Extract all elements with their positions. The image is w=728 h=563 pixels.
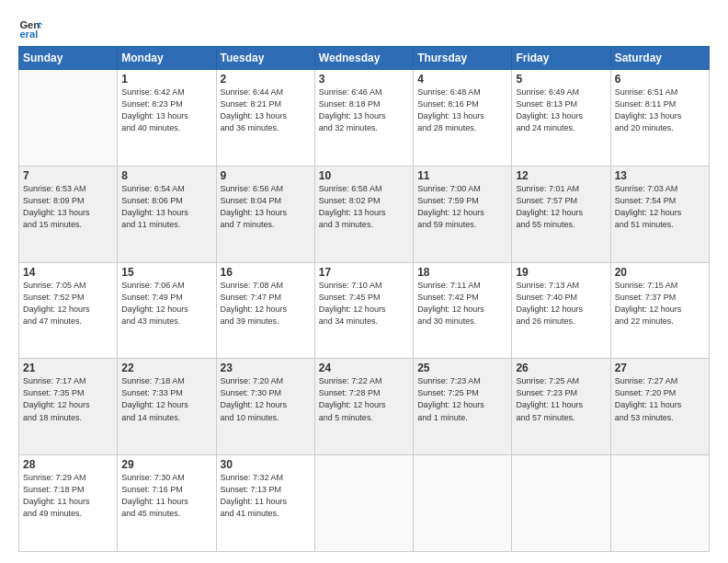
calendar-day-cell: 28Sunrise: 7:29 AM Sunset: 7:18 PM Dayli…	[19, 455, 118, 552]
calendar-day-cell: 13Sunrise: 7:03 AM Sunset: 7:54 PM Dayli…	[610, 166, 709, 262]
calendar-day-cell: 12Sunrise: 7:01 AM Sunset: 7:57 PM Dayli…	[512, 166, 610, 262]
day-number: 21	[23, 362, 113, 374]
calendar-day-cell: 29Sunrise: 7:30 AM Sunset: 7:16 PM Dayli…	[118, 455, 216, 552]
day-info: Sunrise: 7:17 AM Sunset: 7:35 PM Dayligh…	[23, 375, 113, 423]
day-number: 23	[221, 362, 311, 374]
day-number: 2	[221, 73, 311, 86]
day-number: 30	[221, 458, 311, 471]
day-info: Sunrise: 7:29 AM Sunset: 7:18 PM Dayligh…	[23, 472, 113, 520]
calendar-day-cell: 1Sunrise: 6:42 AM Sunset: 8:23 PM Daylig…	[118, 70, 216, 167]
calendar-day-cell: 5Sunrise: 6:49 AM Sunset: 8:13 PM Daylig…	[512, 70, 610, 167]
calendar-day-cell: 30Sunrise: 7:32 AM Sunset: 7:13 PM Dayli…	[216, 455, 314, 552]
calendar-day-cell: 16Sunrise: 7:08 AM Sunset: 7:47 PM Dayli…	[216, 262, 314, 359]
day-info: Sunrise: 6:54 AM Sunset: 8:06 PM Dayligh…	[121, 183, 211, 231]
calendar-week-row: 7Sunrise: 6:53 AM Sunset: 8:09 PM Daylig…	[19, 166, 710, 262]
day-info: Sunrise: 6:56 AM Sunset: 8:04 PM Dayligh…	[221, 183, 311, 231]
day-number: 27	[615, 362, 705, 374]
calendar-day-cell	[19, 70, 118, 167]
calendar-day-cell: 25Sunrise: 7:23 AM Sunset: 7:25 PM Dayli…	[414, 359, 512, 455]
calendar-day-cell: 10Sunrise: 6:58 AM Sunset: 8:02 PM Dayli…	[314, 166, 413, 262]
day-info: Sunrise: 7:00 AM Sunset: 7:59 PM Dayligh…	[417, 183, 507, 231]
day-info: Sunrise: 7:03 AM Sunset: 7:54 PM Dayligh…	[615, 183, 705, 231]
day-info: Sunrise: 6:44 AM Sunset: 8:21 PM Dayligh…	[221, 86, 311, 134]
day-number: 18	[417, 266, 507, 279]
calendar-day-cell: 24Sunrise: 7:22 AM Sunset: 7:28 PM Dayli…	[314, 359, 413, 455]
calendar-day-cell: 7Sunrise: 6:53 AM Sunset: 8:09 PM Daylig…	[19, 166, 118, 262]
day-info: Sunrise: 7:15 AM Sunset: 7:37 PM Dayligh…	[615, 280, 705, 327]
calendar-day-cell: 14Sunrise: 7:05 AM Sunset: 7:52 PM Dayli…	[19, 262, 118, 359]
day-info: Sunrise: 6:42 AM Sunset: 8:23 PM Dayligh…	[121, 86, 211, 134]
day-number: 10	[319, 169, 409, 182]
calendar-day-cell	[314, 455, 413, 552]
weekday-header-wednesday: Wednesday	[314, 47, 413, 70]
svg-text:eral: eral	[19, 29, 38, 40]
day-number: 29	[121, 458, 211, 471]
calendar-week-row: 28Sunrise: 7:29 AM Sunset: 7:18 PM Dayli…	[19, 455, 710, 552]
calendar-day-cell: 11Sunrise: 7:00 AM Sunset: 7:59 PM Dayli…	[414, 166, 512, 262]
weekday-header-thursday: Thursday	[414, 47, 512, 70]
day-number: 20	[615, 266, 705, 279]
page-header: Gen eral	[18, 15, 710, 40]
day-info: Sunrise: 7:11 AM Sunset: 7:42 PM Dayligh…	[417, 280, 507, 327]
day-number: 24	[319, 362, 409, 374]
day-number: 6	[615, 73, 705, 86]
day-info: Sunrise: 7:30 AM Sunset: 7:16 PM Dayligh…	[121, 472, 211, 520]
calendar-day-cell: 4Sunrise: 6:48 AM Sunset: 8:16 PM Daylig…	[414, 70, 512, 167]
weekday-header-monday: Monday	[118, 47, 216, 70]
calendar-day-cell: 9Sunrise: 6:56 AM Sunset: 8:04 PM Daylig…	[216, 166, 314, 262]
calendar-day-cell: 19Sunrise: 7:13 AM Sunset: 7:40 PM Dayli…	[512, 262, 610, 359]
day-info: Sunrise: 7:13 AM Sunset: 7:40 PM Dayligh…	[516, 280, 606, 327]
weekday-header-friday: Friday	[512, 47, 610, 70]
day-number: 11	[417, 169, 507, 182]
calendar-day-cell: 20Sunrise: 7:15 AM Sunset: 7:37 PM Dayli…	[610, 262, 709, 359]
logo-icon: Gen eral	[18, 15, 44, 40]
day-info: Sunrise: 6:49 AM Sunset: 8:13 PM Dayligh…	[516, 86, 606, 134]
weekday-header-saturday: Saturday	[610, 47, 709, 70]
day-info: Sunrise: 6:51 AM Sunset: 8:11 PM Dayligh…	[615, 86, 705, 134]
day-number: 7	[23, 169, 113, 182]
day-info: Sunrise: 7:06 AM Sunset: 7:49 PM Dayligh…	[121, 280, 211, 327]
day-info: Sunrise: 6:53 AM Sunset: 8:09 PM Dayligh…	[23, 183, 113, 231]
day-info: Sunrise: 7:22 AM Sunset: 7:28 PM Dayligh…	[319, 375, 409, 423]
day-number: 19	[516, 266, 606, 279]
day-number: 13	[615, 169, 705, 182]
calendar-day-cell: 26Sunrise: 7:25 AM Sunset: 7:23 PM Dayli…	[512, 359, 610, 455]
calendar-page: Gen eral SundayMondayTuesdayWednesdayThu…	[0, 0, 728, 563]
calendar-day-cell: 15Sunrise: 7:06 AM Sunset: 7:49 PM Dayli…	[118, 262, 216, 359]
day-number: 9	[221, 169, 311, 182]
day-info: Sunrise: 7:10 AM Sunset: 7:45 PM Dayligh…	[319, 280, 409, 327]
day-number: 14	[23, 266, 113, 279]
day-info: Sunrise: 7:20 AM Sunset: 7:30 PM Dayligh…	[221, 375, 311, 423]
weekday-header-sunday: Sunday	[19, 47, 118, 70]
calendar-week-row: 1Sunrise: 6:42 AM Sunset: 8:23 PM Daylig…	[19, 70, 710, 167]
day-number: 3	[319, 73, 409, 86]
day-number: 22	[121, 362, 211, 374]
calendar-day-cell: 8Sunrise: 6:54 AM Sunset: 8:06 PM Daylig…	[118, 166, 216, 262]
day-number: 17	[319, 266, 409, 279]
day-info: Sunrise: 6:46 AM Sunset: 8:18 PM Dayligh…	[319, 86, 409, 134]
day-info: Sunrise: 7:01 AM Sunset: 7:57 PM Dayligh…	[516, 183, 606, 231]
calendar-week-row: 14Sunrise: 7:05 AM Sunset: 7:52 PM Dayli…	[19, 262, 710, 359]
day-info: Sunrise: 7:23 AM Sunset: 7:25 PM Dayligh…	[417, 375, 507, 423]
calendar-day-cell: 27Sunrise: 7:27 AM Sunset: 7:20 PM Dayli…	[610, 359, 709, 455]
calendar-day-cell: 22Sunrise: 7:18 AM Sunset: 7:33 PM Dayli…	[118, 359, 216, 455]
day-number: 26	[516, 362, 606, 374]
day-info: Sunrise: 6:48 AM Sunset: 8:16 PM Dayligh…	[417, 86, 507, 134]
calendar-day-cell: 6Sunrise: 6:51 AM Sunset: 8:11 PM Daylig…	[610, 70, 709, 167]
day-number: 25	[417, 362, 507, 374]
day-number: 8	[121, 169, 211, 182]
calendar-week-row: 21Sunrise: 7:17 AM Sunset: 7:35 PM Dayli…	[19, 359, 710, 455]
calendar-day-cell: 21Sunrise: 7:17 AM Sunset: 7:35 PM Dayli…	[19, 359, 118, 455]
calendar-day-cell: 2Sunrise: 6:44 AM Sunset: 8:21 PM Daylig…	[216, 70, 314, 167]
weekday-header-row: SundayMondayTuesdayWednesdayThursdayFrid…	[19, 47, 710, 70]
calendar-day-cell: 23Sunrise: 7:20 AM Sunset: 7:30 PM Dayli…	[216, 359, 314, 455]
calendar-day-cell	[414, 455, 512, 552]
calendar-table: SundayMondayTuesdayWednesdayThursdayFrid…	[18, 46, 710, 552]
day-info: Sunrise: 6:58 AM Sunset: 8:02 PM Dayligh…	[319, 183, 409, 231]
day-info: Sunrise: 7:05 AM Sunset: 7:52 PM Dayligh…	[23, 280, 113, 327]
day-number: 1	[121, 73, 211, 86]
day-info: Sunrise: 7:18 AM Sunset: 7:33 PM Dayligh…	[121, 375, 211, 423]
calendar-day-cell	[512, 455, 610, 552]
day-info: Sunrise: 7:32 AM Sunset: 7:13 PM Dayligh…	[221, 472, 311, 520]
day-number: 12	[516, 169, 606, 182]
